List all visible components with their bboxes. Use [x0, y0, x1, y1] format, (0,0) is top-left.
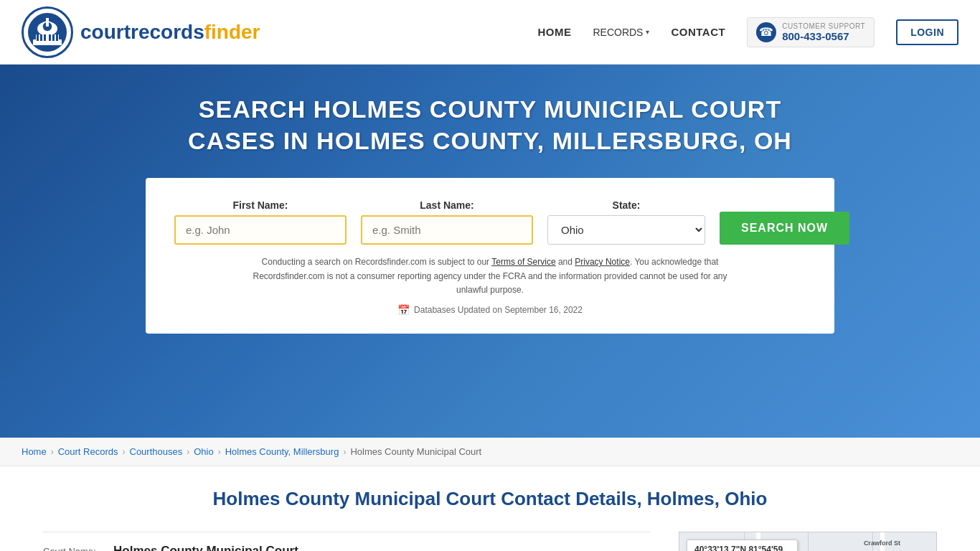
header: courtrecordsfinder HOME RECORDS ▾ CONTAC…: [0, 0, 980, 65]
page-title: Holmes County Municipal Court Contact De…: [43, 488, 937, 510]
logo-icon: [22, 6, 73, 58]
state-label: State:: [547, 199, 705, 211]
map-container: N Washington St Crawford St 📍 Millersbur…: [679, 532, 937, 551]
logo-area: courtrecordsfinder: [22, 6, 260, 58]
svg-rect-10: [52, 34, 55, 41]
breadcrumb: Home › Court Records › Courthouses › Ohi…: [0, 438, 980, 466]
calendar-icon: 📅: [397, 304, 410, 316]
map-section: N Washington St Crawford St 📍 Millersbur…: [679, 532, 937, 551]
last-name-input[interactable]: [361, 215, 533, 245]
court-name-value: Holmes County Municipal Court: [113, 544, 298, 551]
breadcrumb-sep-5: ›: [343, 447, 346, 457]
main-content: Holmes County Municipal Court Contact De…: [0, 466, 980, 551]
logo-finder-text: finder: [204, 21, 260, 43]
chevron-down-icon: ▾: [646, 28, 649, 36]
last-name-group: Last Name:: [361, 199, 533, 245]
svg-rect-11: [56, 34, 58, 41]
details-section: Court Name: Holmes County Municipal Cour…: [43, 532, 650, 551]
terms-text: Conducting a search on Recordsfinder.com…: [239, 255, 741, 297]
first-name-label: First Name:: [174, 199, 347, 211]
search-fields: First Name: Last Name: State: Ohio Alaba…: [174, 199, 806, 245]
map-coords: 40°33'13.7"N 81°54'59...: [694, 545, 790, 551]
state-group: State: Ohio Alabama Alaska Arizona Calif…: [547, 199, 705, 245]
hero-title: SEARCH HOLMES COUNTY MUNICIPAL COURT CAS…: [167, 93, 813, 156]
main-nav: HOME RECORDS ▾ CONTACT ☎ CUSTOMER SUPPOR…: [537, 17, 958, 47]
support-number: 800-433-0567: [782, 30, 865, 42]
svg-rect-6: [37, 34, 39, 41]
support-label: CUSTOMER SUPPORT: [782, 22, 865, 30]
breadcrumb-court-records[interactable]: Court Records: [58, 446, 118, 457]
terms-link[interactable]: Terms of Service: [491, 257, 555, 267]
login-button[interactable]: LOGIN: [896, 19, 958, 45]
logo-court-text: courtrecords: [80, 21, 204, 43]
content-grid: Court Name: Holmes County Municipal Cour…: [43, 532, 937, 551]
logo-text: courtrecordsfinder: [80, 21, 260, 44]
svg-rect-8: [44, 34, 46, 41]
db-update: 📅 Databases Updated on September 16, 202…: [174, 304, 806, 316]
hero-section: SEARCH HOLMES COUNTY MUNICIPAL COURT CAS…: [0, 65, 980, 438]
breadcrumb-sep-1: ›: [51, 447, 54, 457]
breadcrumb-holmes-millersburg[interactable]: Holmes County, Millersburg: [225, 446, 339, 457]
first-name-group: First Name:: [174, 199, 347, 245]
support-text: CUSTOMER SUPPORT 800-433-0567: [782, 22, 865, 42]
breadcrumb-sep-2: ›: [123, 447, 126, 457]
breadcrumb-sep-4: ›: [218, 447, 221, 457]
privacy-link[interactable]: Privacy Notice: [575, 257, 630, 267]
db-update-text: Databases Updated on September 16, 2022: [414, 305, 583, 315]
breadcrumb-sep-3: ›: [187, 447, 189, 457]
breadcrumb-courthouses[interactable]: Courthouses: [130, 446, 183, 457]
breadcrumb-home[interactable]: Home: [22, 446, 47, 457]
support-area: ☎ CUSTOMER SUPPORT 800-433-0567: [747, 17, 875, 47]
last-name-label: Last Name:: [361, 199, 533, 211]
nav-contact[interactable]: CONTACT: [671, 26, 725, 38]
map-road-label: Crawford St: [864, 540, 900, 547]
nav-home[interactable]: HOME: [537, 26, 571, 38]
phone-icon: ☎: [756, 22, 776, 42]
court-name-label: Court Name:: [43, 546, 108, 552]
nav-records[interactable]: RECORDS ▾: [593, 27, 649, 38]
svg-rect-7: [40, 34, 42, 41]
state-select[interactable]: Ohio Alabama Alaska Arizona California F…: [547, 215, 705, 245]
search-button[interactable]: SEARCH NOW: [720, 212, 849, 245]
breadcrumb-ohio[interactable]: Ohio: [194, 446, 213, 457]
search-box: First Name: Last Name: State: Ohio Alaba…: [146, 178, 834, 334]
map-popup: 40°33'13.7"N 81°54'59... View larger map: [687, 540, 798, 551]
svg-rect-9: [49, 34, 51, 41]
svg-rect-5: [46, 18, 49, 27]
map-grid-line: [808, 532, 809, 551]
table-row: Court Name: Holmes County Municipal Cour…: [43, 532, 650, 551]
first-name-input[interactable]: [174, 215, 347, 245]
breadcrumb-current: Holmes County Municipal Court: [350, 446, 481, 457]
